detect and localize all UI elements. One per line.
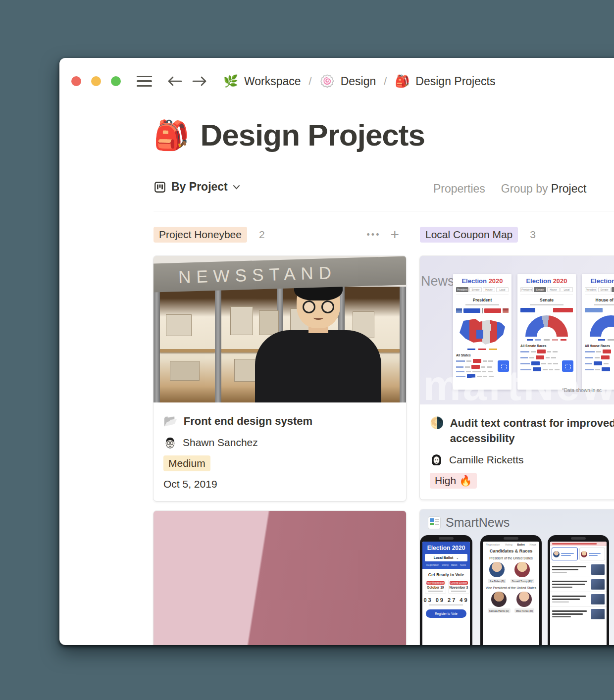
breadcrumb-item-workspace[interactable]: 🌿 Workspace [223,74,301,88]
column-add-icon[interactable]: + [390,226,399,243]
legend-gop [561,339,566,341]
sidebar-menu-icon[interactable] [137,76,152,87]
news-item [550,592,607,606]
card-cover-newsstand-photo: NEWSSTAND [154,256,406,402]
backpack-icon[interactable]: 🎒 [154,118,189,152]
date: November 3 [450,586,468,589]
close-window-button[interactable] [71,76,81,86]
tab: Senate [469,287,482,292]
tab: Voting [505,543,512,546]
news-item [550,562,607,577]
column-header: Local Coupon Map 3 [420,225,614,244]
election-brand: Election 2020 [456,277,509,285]
legend-other [489,349,497,350]
phone-screen: Election 2020 Local Ballot⌄ Registration… [422,542,470,645]
phone-notch [439,537,454,540]
tab: Registration [426,564,439,566]
us-map [457,316,508,347]
avatar [430,453,443,466]
breadcrumb: 🌿 Workspace / 🍥 Design / 🎒 Design Projec… [223,74,495,88]
news-thumbnail [591,579,605,590]
news-item [550,606,607,621]
subtext-line [530,304,563,305]
candidate-pair: Joe Biden (D) Donald Trump (R)* [483,560,539,583]
candidate-name: Joe Biden (D) [488,579,506,583]
card-title: Audit text contrast for improved accessi… [450,415,614,446]
candidate-chip [552,548,578,560]
candidate: Mike Pence (R) [514,592,534,613]
column-more-icon[interactable]: ••• [367,230,381,240]
text-line [561,555,571,556]
text-line [552,599,580,600]
election-tabs: President Senate House Local [520,287,573,292]
tab: Voting [442,564,448,566]
news-thumbnail [591,609,605,619]
card-audit-text-contrast[interactable]: News Election 2020 President Senate Hous… [420,256,614,500]
tab: Local [561,287,573,292]
phone-candidates: Registration Voting Ballot News Candidat… [480,535,542,645]
zoom-window-button[interactable] [111,76,121,86]
text-line [552,596,586,597]
breadcrumb-item-design-projects[interactable]: 🎒 Design Projects [395,74,495,88]
shelf-post [215,287,221,402]
card-front-end-design-system[interactable]: NEWSSTAND 📂 Front end design system Shaw… [154,256,406,501]
priority-tag[interactable]: Medium [163,455,210,471]
badge: General Election [450,581,468,585]
smartnews-logo: SmartNews [428,515,510,530]
brand-blue: Election [461,277,487,285]
text-lines [552,609,589,619]
fish-cake-icon: 🍥 [320,74,335,88]
rule [585,295,614,295]
brand-red: 2020 [489,277,503,285]
priority-tag[interactable]: High 🔥 [430,473,477,489]
tab: News [530,543,536,546]
seat-bar [585,308,614,312]
card-smartnews-phones[interactable]: SmartNews Election 2020 Local Ballot⌄ [420,509,614,645]
legend-gop [478,349,486,350]
legend-dem [598,339,605,341]
news-thumbnail [591,564,605,575]
assignee-row: Shawn Sanchez [163,436,396,449]
group-pill[interactable]: Local Coupon Map [420,227,518,243]
chart-legend [585,339,614,341]
card-title-row: 📂 Front end design system [163,413,396,429]
badge: Voter Registration [426,581,445,585]
properties-button[interactable]: Properties [433,182,485,196]
card-title: Front end design system [184,413,312,429]
group-by-button[interactable]: Group by Project [501,182,587,196]
table-row [585,355,614,359]
forward-arrow-icon[interactable] [192,75,207,87]
folder-icon: 📂 [163,413,178,429]
date-box: Voter Registration October 19 [425,580,446,594]
table-title: All House Races [585,344,614,348]
tab: Ballot [517,543,525,546]
section-label: Vice President of the United States [483,586,539,590]
card-cover-election-mockups: News Election 2020 President Senate Hous… [420,256,614,404]
group-pill[interactable]: Project Honeybee [154,227,247,243]
candidates-title: Candidates & Races [483,549,539,553]
board-view-icon [154,181,166,194]
legend-tossup [608,339,614,341]
tab: President [585,287,597,292]
val [546,357,550,358]
card-pink-paper[interactable] [154,511,406,645]
state [520,351,529,352]
candidate-pair: Kamala Harris (D) Mike Pence (R) [483,590,539,613]
group-by-label: Group by [501,182,548,195]
page-title-row: 🎒 Design Projects [154,117,614,152]
candidate-name: Donald Trump (R)* [511,579,534,583]
card-cover-pink-paper [154,511,406,645]
candidate-name: Kamala Harris (D) [488,608,511,613]
tab: Local [496,287,509,292]
back-arrow-icon[interactable] [167,75,183,87]
smartnews-watermark: SmartNews [420,361,614,404]
text-line [552,566,586,567]
subtext-line [428,591,443,592]
section-title: House of Repre [585,298,614,302]
breadcrumb-item-design[interactable]: 🍥 Design [320,74,376,88]
rule [456,295,509,295]
gop-badge [601,355,610,359]
tab: President [520,287,533,292]
minimize-window-button[interactable] [91,76,101,86]
person-shirt [255,330,381,402]
